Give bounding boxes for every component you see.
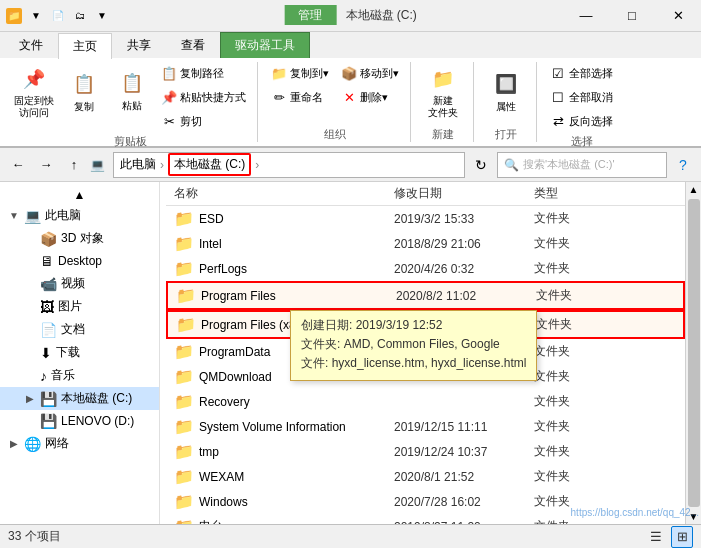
- open-group-label: 打开: [482, 125, 530, 142]
- file-name: QMDownload: [199, 370, 272, 384]
- move-to-button[interactable]: 📦 移动到▾: [336, 62, 404, 84]
- scroll-up-btn[interactable]: ▲: [687, 182, 701, 197]
- sidebar-item-c-drive[interactable]: ▶ 💾 本地磁盘 (C:): [0, 387, 159, 410]
- new-folder-button[interactable]: 📁 新建文件夹: [419, 62, 467, 122]
- minimize-button[interactable]: —: [563, 0, 609, 32]
- invert-selection-button[interactable]: ⇄ 反向选择: [545, 110, 618, 132]
- expand-icon-video: [24, 278, 36, 289]
- file-name: ProgramData: [199, 345, 270, 359]
- expand-icon-music: [24, 370, 36, 381]
- tab-share[interactable]: 共享: [112, 32, 166, 58]
- copy-to-button[interactable]: 📁 复制到▾: [266, 62, 334, 84]
- refresh-button[interactable]: ↻: [469, 153, 493, 177]
- sidebar-item-music[interactable]: ♪ 音乐: [0, 364, 159, 387]
- window-title: 管理 本地磁盘 (C:): [284, 7, 417, 24]
- sidebar-item-d-drive[interactable]: 💾 LENOVO (D:): [0, 410, 159, 432]
- tooltip-created: 创建日期: 2019/3/19 12:52: [301, 317, 526, 334]
- breadcrumb-icon-area: 💻: [90, 158, 105, 172]
- copy-button[interactable]: 📋 复制: [60, 62, 108, 122]
- file-list-header: 名称 修改日期 类型: [166, 182, 685, 206]
- ribbon-group-clipboard: 📌 固定到快访问问 📋 复制 📋 粘贴 📋 复制路径 📌: [4, 62, 258, 142]
- paste-button[interactable]: 📋 粘贴: [110, 62, 154, 120]
- sidebar-item-pictures[interactable]: 🖼 图片: [0, 295, 159, 318]
- back-button[interactable]: ←: [6, 153, 30, 177]
- paste-shortcut-button[interactable]: 📌 粘贴快捷方式: [156, 86, 251, 108]
- file-row-sysvolinfo[interactable]: 📁System Volume Information 2019/12/15 11…: [166, 414, 685, 439]
- file-name: ESD: [199, 212, 224, 226]
- help-button[interactable]: ?: [671, 153, 695, 177]
- computer-icon: 💻: [24, 208, 41, 224]
- sidebar-item-desktop[interactable]: 🖥 Desktop: [0, 250, 159, 272]
- properties-icon: 🔲: [492, 70, 520, 98]
- window-controls: — □ ✕: [563, 0, 701, 32]
- tab-file[interactable]: 文件: [4, 32, 58, 58]
- view-details-button[interactable]: ☰: [645, 526, 667, 548]
- search-box[interactable]: 🔍 搜索'本地磁盘 (C:)': [497, 152, 667, 178]
- paste-shortcut-label: 粘贴快捷方式: [180, 90, 246, 105]
- sidebar-item-network[interactable]: ▶ 🌐 网络: [0, 432, 159, 455]
- qat-dropdown[interactable]: ▼: [92, 6, 112, 26]
- close-button[interactable]: ✕: [655, 0, 701, 32]
- file-date: 2019/3/2 15:33: [394, 212, 534, 226]
- tab-home[interactable]: 主页: [58, 33, 112, 59]
- file-row-esd[interactable]: 📁ESD 2019/3/2 15:33 文件夹: [166, 206, 685, 231]
- address-path[interactable]: 此电脑 › 本地磁盘 (C:) ›: [113, 152, 465, 178]
- ribbon-group-select: ☑ 全部选择 ☐ 全部取消 ⇄ 反向选择 选择: [539, 62, 624, 142]
- ribbon-group-new: 📁 新建文件夹 新建: [413, 62, 474, 142]
- header-name[interactable]: 名称: [174, 185, 394, 202]
- ribbon-group-organize: 📁 复制到▾ ✏ 重命名 📦 移动到▾ ✕ 删除▾ 组织: [260, 62, 411, 142]
- sidebar-item-3d[interactable]: 📦 3D 对象: [0, 227, 159, 250]
- sidebar-item-computer[interactable]: ▼ 💻 此电脑: [0, 204, 159, 227]
- file-row-recovery[interactable]: 📁Recovery 文件夹: [166, 389, 685, 414]
- file-name: Program Files: [201, 289, 276, 303]
- delete-button[interactable]: ✕ 删除▾: [336, 86, 404, 108]
- properties-button[interactable]: 🔲 属性: [482, 62, 530, 122]
- file-row-program-files[interactable]: 📁Program Files 2020/8/2 11:02 文件夹: [166, 281, 685, 310]
- view-large-icons-button[interactable]: ⊞: [671, 526, 693, 548]
- pin-label: 固定到快访问问: [14, 95, 54, 119]
- qat-btn-properties[interactable]: 🗂: [70, 6, 90, 26]
- file-type: 文件夹: [534, 343, 677, 360]
- file-type: 文件夹: [534, 260, 677, 277]
- maximize-button[interactable]: □: [609, 0, 655, 32]
- clipboard-small: 📋 粘贴: [110, 62, 154, 120]
- file-name: tmp: [199, 445, 219, 459]
- file-row-wexam[interactable]: 📁WEXAM 2020/8/1 21:52 文件夹: [166, 464, 685, 489]
- sidebar-item-video[interactable]: 📹 视频: [0, 272, 159, 295]
- crumb-sep-1: ›: [160, 158, 164, 172]
- pin-quick-access-button[interactable]: 📌 固定到快访问问: [10, 62, 58, 122]
- tab-view[interactable]: 查看: [166, 32, 220, 58]
- up-button[interactable]: ↑: [62, 153, 86, 177]
- tab-manage[interactable]: 驱动器工具: [220, 32, 310, 58]
- qat-btn-1[interactable]: ▼: [26, 6, 46, 26]
- copy-path-button[interactable]: 📋 复制路径: [156, 62, 251, 84]
- search-icon: 🔍: [504, 158, 519, 172]
- folder-icon: 📁: [174, 367, 194, 386]
- header-type[interactable]: 类型: [534, 185, 677, 202]
- file-row-tmp[interactable]: 📁tmp 2019/12/24 10:37 文件夹: [166, 439, 685, 464]
- header-date[interactable]: 修改日期: [394, 185, 534, 202]
- sidebar-scroll-up[interactable]: ▲: [0, 186, 159, 204]
- file-name: PerfLogs: [199, 262, 247, 276]
- open-buttons: 🔲 属性: [482, 62, 530, 125]
- select-all-button[interactable]: ☑ 全部选择: [545, 62, 618, 84]
- file-row-perflogs[interactable]: 📁PerfLogs 2020/4/26 0:32 文件夹: [166, 256, 685, 281]
- forward-button[interactable]: →: [34, 153, 58, 177]
- c-drive-icon: 💾: [40, 391, 57, 407]
- file-list-scrollbar[interactable]: ▲ ▼: [685, 182, 701, 524]
- copy-path-icon: 📋: [161, 65, 177, 81]
- crumb-active[interactable]: 本地磁盘 (C:): [168, 153, 251, 176]
- sidebar-item-docs[interactable]: 📄 文档: [0, 318, 159, 341]
- docs-icon: 📄: [40, 322, 57, 338]
- qat-btn-new[interactable]: 📄: [48, 6, 68, 26]
- deselect-all-button[interactable]: ☐ 全部取消: [545, 86, 618, 108]
- scroll-thumb[interactable]: [688, 199, 700, 507]
- cut-button[interactable]: ✂ 剪切: [156, 110, 251, 132]
- crumb-computer[interactable]: 此电脑: [120, 156, 156, 173]
- item-count: 33 个项目: [8, 528, 61, 545]
- rename-button[interactable]: ✏ 重命名: [266, 86, 334, 108]
- file-row-intel[interactable]: 📁Intel 2018/8/29 21:06 文件夹: [166, 231, 685, 256]
- search-placeholder: 搜索'本地磁盘 (C:)': [523, 157, 615, 172]
- sidebar-item-downloads[interactable]: ⬇ 下载: [0, 341, 159, 364]
- rename-label: 重命名: [290, 90, 323, 105]
